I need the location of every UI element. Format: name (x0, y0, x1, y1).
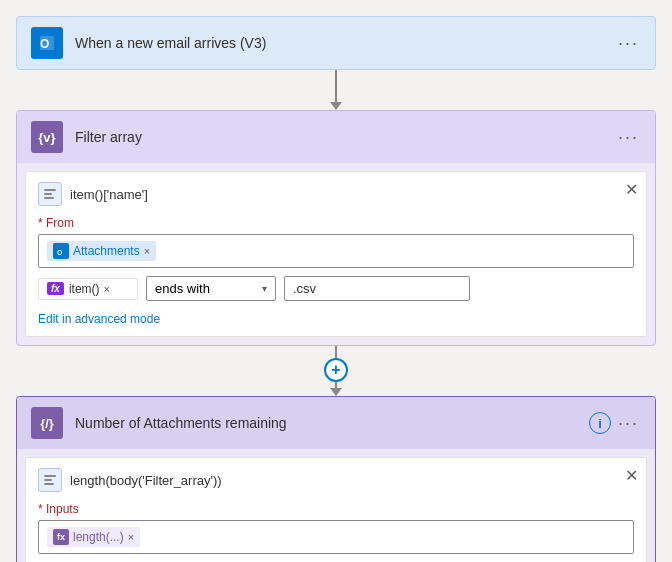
arrow-head (330, 102, 342, 110)
condition-row: fx item() × ends with ▾ (38, 276, 634, 301)
operator-label: ends with (155, 281, 210, 296)
expression-header: item()['name'] (38, 182, 634, 206)
second-expression-icon (38, 468, 62, 492)
svg-rect-4 (44, 193, 52, 195)
filter-array-body: ✕ item()['name'] * From (25, 171, 647, 337)
length-tag-label: length(...) (73, 530, 124, 544)
filter-array-more-button[interactable]: ··· (614, 123, 643, 152)
add-arrow-head (330, 388, 342, 396)
filter-array-header: {v} Filter array ··· (17, 111, 655, 163)
edit-advanced-mode-button[interactable]: Edit in advanced mode (38, 312, 160, 326)
trigger-title: When a new email arrives (V3) (75, 35, 266, 51)
chevron-down-icon: ▾ (262, 283, 267, 294)
trigger-more-button[interactable]: ··· (614, 29, 643, 58)
item-token[interactable]: fx item() × (38, 278, 138, 300)
fx-badge: fx (47, 282, 64, 295)
second-action-more-button[interactable]: ··· (614, 409, 643, 438)
attachments-tag: O Attachments × (47, 241, 156, 261)
svg-rect-9 (44, 479, 52, 481)
svg-rect-3 (44, 189, 56, 191)
length-tag: fx length(...) × (47, 527, 140, 547)
svg-rect-5 (44, 197, 54, 199)
filter-array-title: Filter array (75, 129, 142, 145)
add-line-top (335, 346, 337, 358)
second-expression-header: length(body('Filter_array')) (38, 468, 634, 492)
svg-rect-8 (44, 475, 56, 477)
flow-canvas: O When a new email arrives (V3) ··· {v} … (16, 16, 656, 562)
second-action-header: {/} Number of Attachments remaining i ··… (17, 397, 655, 449)
item-token-text: item() (69, 282, 100, 296)
length-tag-icon: fx (53, 529, 69, 545)
second-action-title: Number of Attachments remaining (75, 415, 287, 431)
filter-array-icon: {v} (31, 121, 63, 153)
filter-array-block: {v} Filter array ··· ✕ item()['name'] (16, 110, 656, 346)
second-action-icon: {/} (31, 407, 63, 439)
filter-array-expression: item()['name'] (70, 187, 148, 202)
second-action-block: {/} Number of Attachments remaining i ··… (16, 396, 656, 562)
svg-text:O: O (57, 249, 63, 256)
length-tag-remove[interactable]: × (128, 531, 134, 543)
svg-rect-10 (44, 483, 54, 485)
add-step-button[interactable]: + (324, 358, 348, 382)
operator-select[interactable]: ends with ▾ (146, 276, 276, 301)
expression-icon (38, 182, 62, 206)
trigger-block: O When a new email arrives (V3) ··· (16, 16, 656, 70)
inputs-label: * Inputs (38, 502, 634, 516)
from-label: * From (38, 216, 634, 230)
second-action-close-button[interactable]: ✕ (625, 466, 638, 485)
second-action-info-button[interactable]: i (589, 412, 611, 434)
attachments-tag-label: Attachments (73, 244, 140, 258)
second-action-expression: length(body('Filter_array')) (70, 473, 222, 488)
add-connector: + (324, 346, 348, 396)
from-field[interactable]: O Attachments × (38, 234, 634, 268)
svg-text:O: O (40, 37, 49, 51)
second-action-body: ✕ length(body('Filter_array')) * Inputs (25, 457, 647, 562)
attachments-tag-icon: O (53, 243, 69, 259)
arrow-connector-1 (330, 70, 342, 110)
inputs-field[interactable]: fx length(...) × (38, 520, 634, 554)
value-input[interactable] (284, 276, 470, 301)
outlook-icon: O (31, 27, 63, 59)
filter-array-close-button[interactable]: ✕ (625, 180, 638, 199)
item-token-remove[interactable]: × (104, 283, 110, 295)
arrow-line (335, 70, 337, 102)
attachments-tag-remove[interactable]: × (144, 245, 150, 257)
